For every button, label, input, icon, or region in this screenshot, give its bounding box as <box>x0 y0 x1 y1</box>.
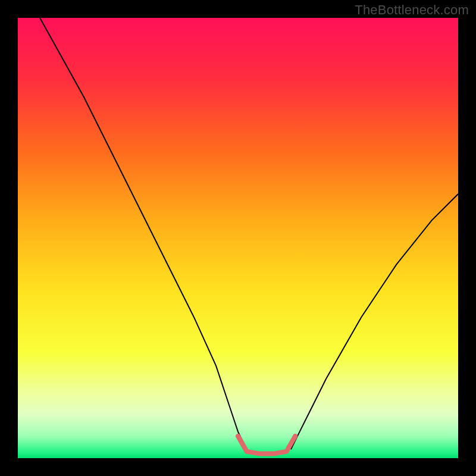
chart-frame: TheBottleneck.com <box>0 0 476 476</box>
chart-svg <box>18 18 458 458</box>
plot-area <box>18 18 458 458</box>
watermark-text: TheBottleneck.com <box>355 2 469 18</box>
chart-background <box>18 18 458 458</box>
